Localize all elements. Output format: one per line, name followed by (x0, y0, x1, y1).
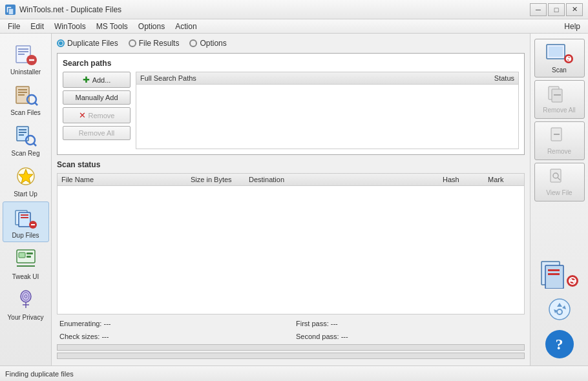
add-button[interactable]: ✚ Add... (63, 72, 131, 88)
scan-col-size-header: Size in Bytes (191, 176, 249, 183)
main-layout: Uninstaller Scan Files (0, 34, 588, 366)
tab-label-duplicate-files: Duplicate Files (67, 39, 118, 48)
tab-duplicate-files[interactable]: Duplicate Files (57, 39, 118, 48)
svg-rect-29 (19, 252, 25, 258)
recycle-icon-button[interactable] (534, 293, 585, 325)
svg-rect-39 (549, 46, 563, 57)
paths-table-body (136, 85, 518, 143)
scan-table-body (58, 186, 524, 238)
menu-wintools[interactable]: WinTools (49, 19, 91, 33)
tab-options[interactable]: Options (189, 39, 226, 48)
uninstaller-icon (13, 41, 39, 67)
add-icon: ✚ (83, 75, 90, 85)
tab-label-file-results: File Results (139, 39, 180, 48)
remove-icon (548, 127, 571, 147)
scan-col-dest-header: Destination (249, 176, 443, 183)
search-paths-title: Search paths (63, 59, 519, 68)
menu-edit[interactable]: Edit (25, 19, 49, 33)
svg-rect-49 (551, 169, 561, 182)
sidebar-item-your-privacy[interactable]: Your Privacy (3, 284, 49, 324)
recycle-icon-svg (547, 296, 572, 322)
svg-rect-16 (19, 132, 26, 133)
svg-rect-25 (21, 217, 28, 218)
scan-button-label: Scan (552, 67, 567, 74)
close-button[interactable]: ✕ (566, 3, 583, 16)
remove-right-button[interactable]: Remove (534, 121, 585, 160)
remove-button[interactable]: ✕ Remove (63, 107, 131, 123)
sidebar-item-dup-files[interactable]: Dup Files (3, 201, 49, 242)
svg-line-19 (34, 143, 36, 146)
sidebar-item-scan-reg[interactable]: Scan Reg (3, 120, 49, 160)
help-icon-button[interactable]: ? (534, 328, 585, 360)
sidebar-label-your-privacy: Your Privacy (8, 314, 44, 321)
remove-right-label: Remove (547, 148, 571, 155)
remove-icon: ✕ (79, 110, 86, 120)
help-question-mark: ? (556, 336, 563, 353)
svg-rect-24 (21, 214, 28, 216)
scan-button[interactable]: Scan (534, 39, 585, 77)
svg-line-13 (35, 103, 37, 105)
tweak-ui-icon (13, 246, 39, 272)
svg-rect-55 (548, 273, 560, 275)
sidebar-label-scan-files: Scan Files (10, 109, 41, 116)
svg-rect-3 (18, 48, 28, 50)
scan-status-section: Scan status File Name Size in Bytes Dest… (57, 160, 525, 360)
menu-file[interactable]: File (3, 19, 25, 33)
menu-help[interactable]: Help (559, 21, 585, 32)
sidebar-item-start-up[interactable]: Start Up (3, 161, 49, 200)
minimize-button[interactable]: ─ (530, 3, 547, 16)
view-file-button[interactable]: View File (534, 163, 585, 201)
scan-col-filename-header: File Name (61, 176, 191, 183)
sidebar-item-scan-files[interactable]: Scan Files (3, 79, 49, 119)
titlebar-left: WinTools.net - Duplicate Files (5, 5, 121, 15)
sidebar: Uninstaller Scan Files (0, 34, 52, 366)
progress-bars (57, 344, 525, 359)
tab-file-results[interactable]: File Results (129, 39, 180, 48)
start-up-icon (13, 163, 39, 189)
window-title: WinTools.net - Duplicate Files (19, 5, 121, 14)
scan-status-title: Scan status (57, 160, 525, 169)
content-area: Duplicate Files File Results Options Sea… (52, 34, 530, 366)
svg-rect-54 (548, 269, 560, 271)
sidebar-label-uninstaller: Uninstaller (10, 68, 41, 76)
paths-table-container: Full Search Paths Status (136, 72, 519, 149)
dup-files-right-svg (540, 260, 579, 289)
manually-add-label: Manually Add (75, 94, 118, 101)
status-row-2: Check sizes: --- Second pass: --- (57, 331, 525, 342)
svg-rect-15 (19, 129, 26, 130)
status-enumerating: Enumerating: --- (57, 318, 288, 329)
svg-rect-17 (19, 134, 24, 136)
svg-rect-10 (18, 92, 27, 93)
dup-files-icon (13, 205, 39, 231)
scan-table-container: File Name Size in Bytes Destination Hash… (57, 173, 525, 314)
manually-add-button[interactable]: Manually Add (63, 90, 131, 105)
search-paths-section: Search paths ✚ Add... Manually Add ✕ Rem… (57, 53, 525, 155)
sidebar-label-start-up: Start Up (14, 190, 37, 198)
scan-col-hash-header: Hash (443, 176, 488, 183)
paths-table-header: Full Search Paths Status (136, 72, 518, 85)
app-icon (5, 5, 16, 15)
statusbar: Finding duplicate files (0, 366, 588, 381)
sidebar-item-uninstaller[interactable]: Uninstaller (3, 39, 49, 78)
menu-action[interactable]: Action (170, 19, 202, 33)
sidebar-item-tweak-ui[interactable]: Tweak UI (3, 243, 49, 283)
view-file-icon (548, 169, 571, 188)
statusbar-text: Finding duplicate files (5, 370, 74, 378)
status-second-pass: Second pass: --- (293, 331, 525, 342)
progress-bar-2 (57, 353, 525, 359)
sidebar-label-dup-files: Dup Files (12, 232, 39, 239)
tab-radio-file-results (129, 39, 136, 47)
menu-options[interactable]: Options (133, 19, 170, 33)
maximize-button[interactable]: □ (548, 3, 565, 16)
right-panel: Scan Remove All Remove (530, 34, 588, 366)
remove-all-right-button[interactable]: Remove All (534, 80, 585, 119)
view-file-label: View File (546, 189, 572, 196)
search-buttons: ✚ Add... Manually Add ✕ Remove Remove Al… (63, 72, 131, 149)
menu-mstools[interactable]: MS Tools (91, 19, 133, 33)
window-controls[interactable]: ─ □ ✕ (530, 3, 583, 16)
svg-rect-9 (18, 89, 27, 90)
dup-files-right-icon[interactable] (534, 258, 585, 291)
remove-all-button[interactable]: Remove All (63, 126, 131, 140)
paths-col-status-header: Status (463, 74, 514, 82)
svg-rect-5 (18, 54, 25, 55)
